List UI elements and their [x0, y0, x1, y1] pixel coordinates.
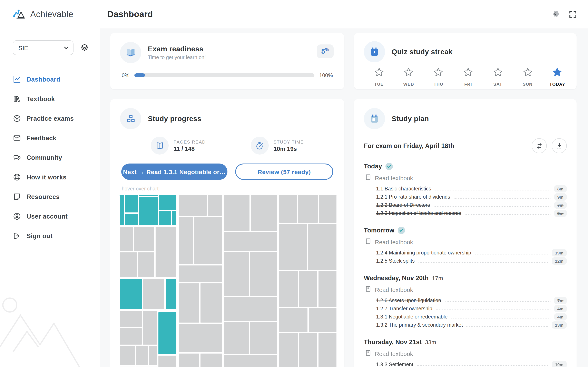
treemap-cell[interactable]	[223, 232, 278, 251]
treemap-cell[interactable]	[136, 345, 148, 366]
treemap-cell[interactable]	[279, 271, 298, 308]
streak-day-tue: TUE	[369, 67, 389, 86]
course-select[interactable]: SIE	[13, 40, 73, 55]
treemap-cell[interactable]	[172, 211, 177, 225]
treemap-cell[interactable]	[308, 224, 337, 270]
treemap-cell[interactable]	[208, 194, 222, 216]
sidebar-item-resources[interactable]: Resources	[13, 192, 100, 201]
sidebar-item-label: Resources	[26, 193, 60, 200]
layers-icon[interactable]	[79, 42, 90, 53]
treemap-cell[interactable]	[179, 353, 200, 367]
treemap-cell[interactable]	[179, 283, 200, 323]
treemap-cell[interactable]	[125, 194, 138, 213]
treemap-cell[interactable]	[200, 283, 222, 323]
treemap-cell[interactable]	[279, 224, 307, 270]
treemap-cell[interactable]	[119, 310, 142, 327]
treemap-cell[interactable]	[138, 194, 158, 197]
treemap-cell[interactable]	[134, 226, 155, 252]
page-header: Dashboard	[100, 0, 588, 29]
swap-icon[interactable]	[532, 138, 547, 153]
treemap-cell[interactable]	[138, 252, 155, 278]
sidebar-item-how-it-works[interactable]: How it works	[13, 173, 100, 182]
treemap-cell[interactable]	[138, 197, 158, 225]
treemap-cell[interactable]	[318, 271, 337, 308]
treemap-cell[interactable]	[279, 308, 308, 332]
dark-mode-icon[interactable]	[551, 9, 562, 20]
treemap-cell[interactable]	[250, 322, 278, 354]
textbook-item-icon	[365, 350, 372, 358]
treemap-cell[interactable]	[319, 194, 337, 223]
star-outline-icon	[433, 67, 444, 80]
treemap-cell[interactable]	[159, 211, 171, 225]
pages-read-stat: PAGES READ 11 / 148	[151, 137, 206, 155]
treemap-cell[interactable]	[165, 279, 177, 309]
streak-day-label: SUN	[523, 82, 532, 86]
sidebar-item-label: User account	[26, 213, 68, 220]
treemap-cell[interactable]	[119, 366, 136, 367]
review-button[interactable]: Review (57 ready)	[235, 164, 333, 180]
treemap-cell[interactable]	[119, 194, 125, 225]
treemap-cell[interactable]	[223, 322, 249, 354]
treemap-cell[interactable]	[223, 252, 250, 296]
treemap-cell[interactable]	[155, 226, 177, 278]
sidebar-item-practice-exams[interactable]: Practice exams	[13, 114, 100, 123]
plan-activity-label: Read textbook	[375, 350, 413, 357]
treemap-cell[interactable]	[200, 353, 222, 367]
sidebar-item-user-account[interactable]: User account	[13, 212, 100, 221]
plan-item: 1.3.3 Settlement10m	[364, 360, 567, 367]
treemap-cell[interactable]	[250, 252, 278, 296]
treemap-cell[interactable]	[194, 217, 222, 265]
plan-activity: Read textbook	[365, 350, 567, 358]
card-title: Study progress	[148, 114, 201, 123]
treemap-cell[interactable]	[298, 194, 318, 223]
treemap-cell[interactable]	[179, 217, 194, 265]
plan-item-time: 4m	[554, 305, 567, 312]
treemap-cell[interactable]	[119, 252, 137, 278]
plan-item-label: 1.3.2 The primary & secondary market	[376, 322, 463, 328]
treemap-cell[interactable]	[318, 333, 337, 367]
dotted-leader	[445, 301, 550, 302]
treemap-cell[interactable]	[158, 312, 177, 355]
streak-days: TUEWEDTHUFRISATSUNTODAY	[354, 67, 577, 86]
treemap-cell[interactable]	[149, 345, 158, 366]
sidebar-item-textbook[interactable]: Textbook	[13, 95, 100, 103]
dashboard-icon	[13, 75, 21, 83]
treemap-cell[interactable]	[179, 265, 222, 283]
fullscreen-icon[interactable]	[568, 9, 578, 20]
sidebar-item-dashboard[interactable]: Dashboard	[13, 75, 100, 83]
treemap-cell[interactable]	[279, 333, 298, 367]
treemap-cell[interactable]	[136, 366, 158, 367]
treemap-cell[interactable]	[119, 345, 136, 366]
treemap-cell[interactable]	[119, 328, 142, 345]
plan-item: 1.1 Basic characteristics8m	[364, 185, 567, 193]
dotted-leader	[417, 365, 548, 366]
exam-progress-fill	[134, 73, 145, 77]
plan-day-heading: Wednesday, Nov 20th	[364, 275, 429, 282]
plan-day-minutes: 17m	[432, 275, 443, 281]
sidebar-item-feedback[interactable]: Feedback	[13, 134, 100, 142]
treemap-cell[interactable]	[119, 226, 133, 252]
treemap-cell[interactable]	[308, 308, 337, 332]
treemap-cell[interactable]	[179, 194, 207, 216]
treemap-cell[interactable]	[119, 279, 143, 309]
treemap-cell[interactable]	[125, 213, 138, 225]
treemap-cell[interactable]	[298, 271, 318, 308]
treemap-cell[interactable]	[250, 194, 278, 231]
logo[interactable]: Achievable	[0, 0, 100, 29]
treemap-cell[interactable]	[298, 333, 318, 367]
treemap-cell[interactable]	[159, 194, 177, 210]
treemap-cell[interactable]	[223, 194, 250, 231]
download-icon[interactable]	[552, 138, 567, 153]
treemap-cell[interactable]	[158, 355, 177, 367]
sidebar-item-sign-out[interactable]: Sign out	[13, 232, 100, 240]
treemap-cell[interactable]	[179, 323, 222, 353]
treemap-cell[interactable]	[143, 279, 164, 309]
sidebar-item-community[interactable]: Community	[13, 153, 100, 162]
treemap-cell[interactable]	[279, 194, 297, 223]
treemap-cell[interactable]	[143, 310, 158, 345]
next-read-button[interactable]: Next → Read 1.3.1 Negotiable or…	[121, 164, 227, 180]
chevron-down-icon	[59, 44, 73, 51]
treemap-cell[interactable]	[223, 297, 278, 321]
plan-sections: TodayRead textbook1.1 Basic characterist…	[354, 163, 577, 367]
treemap-cell[interactable]	[223, 355, 278, 367]
